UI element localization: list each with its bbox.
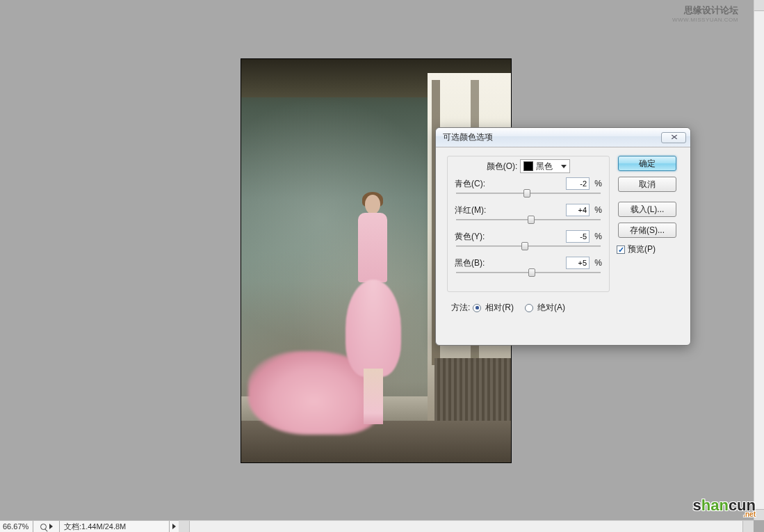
- cyan-unit: %: [592, 179, 602, 188]
- dialog-side: 确定 取消 载入(L)... 存储(S)... 预览(P): [615, 156, 679, 337]
- doc-info[interactable]: 文档: 1.44M/24.8M: [60, 521, 169, 532]
- watermark-bottom-right: shancun .net: [693, 497, 756, 518]
- ok-button[interactable]: 确定: [618, 156, 676, 171]
- black-input[interactable]: [566, 257, 590, 269]
- yellow-input[interactable]: [566, 230, 590, 243]
- yellow-slider[interactable]: [456, 243, 601, 252]
- magenta-label: 洋红(M):: [455, 204, 496, 216]
- triangle-right-icon: [172, 524, 176, 529]
- cyan-label: 青色(C):: [455, 178, 496, 190]
- color-swatch-icon: [523, 161, 533, 171]
- watermark-sub: WWW.MISSYUAN.COM: [672, 17, 738, 23]
- black-unit: %: [592, 258, 602, 268]
- magenta-unit: %: [592, 205, 602, 215]
- chevron-down-icon: [561, 161, 567, 171]
- color-fieldset: 颜色(O): 黑色 青色(C): % 洋红(M): %: [447, 156, 610, 292]
- dialog-main: 颜色(O): 黑色 青色(C): % 洋红(M): %: [447, 156, 610, 337]
- absolute-radio[interactable]: [525, 304, 533, 312]
- preview-checkbox[interactable]: [617, 245, 625, 254]
- save-button[interactable]: 存储(S)...: [618, 223, 676, 238]
- color-dropdown[interactable]: 黑色: [520, 159, 570, 173]
- method-label: 方法:: [451, 302, 470, 314]
- color-value: 黑色: [536, 161, 553, 172]
- scrollbar-vertical[interactable]: [754, 0, 764, 520]
- scrollbar-horizontal[interactable]: [179, 520, 754, 532]
- status-bar: 66.67% 文档: 1.44M/24.8M: [0, 520, 179, 532]
- status-menu[interactable]: [169, 521, 179, 532]
- magenta-slider[interactable]: [456, 216, 601, 226]
- method-row: 方法: 相对(R) 绝对(A): [447, 302, 610, 314]
- zoom-value[interactable]: 66.67%: [0, 521, 33, 532]
- relative-radio[interactable]: [473, 304, 481, 312]
- preview-label: 预览(P): [628, 243, 656, 255]
- selective-color-dialog: 可选颜色选项 ✕ 颜色(O): 黑色 青色(C): %: [435, 127, 691, 346]
- doc-value: 1.44M/24.8M: [81, 522, 126, 531]
- yellow-unit: %: [592, 232, 602, 241]
- dialog-title: 可选颜色选项: [443, 131, 661, 143]
- magenta-input[interactable]: [566, 204, 590, 216]
- cyan-slider[interactable]: [456, 190, 601, 200]
- magnify-icon: [40, 524, 47, 530]
- watermark-main: 思缘设计论坛: [672, 4, 738, 17]
- zoom-arrow-icon: [49, 524, 53, 529]
- black-label: 黑色(B):: [455, 257, 496, 269]
- cancel-button[interactable]: 取消: [618, 177, 676, 192]
- relative-label: 相对(R): [485, 302, 514, 314]
- doc-label: 文档:: [64, 522, 81, 532]
- black-slider[interactable]: [456, 269, 601, 279]
- zoom-tool[interactable]: [33, 521, 60, 532]
- dialog-titlebar[interactable]: 可选颜色选项 ✕: [436, 128, 690, 147]
- load-button[interactable]: 载入(L)...: [618, 202, 676, 217]
- close-button[interactable]: ✕: [661, 132, 686, 143]
- close-icon: ✕: [669, 133, 678, 142]
- color-label: 颜色(O):: [487, 161, 518, 172]
- yellow-label: 黄色(Y):: [455, 231, 496, 243]
- absolute-label: 绝对(A): [537, 302, 565, 314]
- watermark-top: 思缘设计论坛 WWW.MISSYUAN.COM: [672, 4, 738, 23]
- cyan-input[interactable]: [566, 177, 590, 190]
